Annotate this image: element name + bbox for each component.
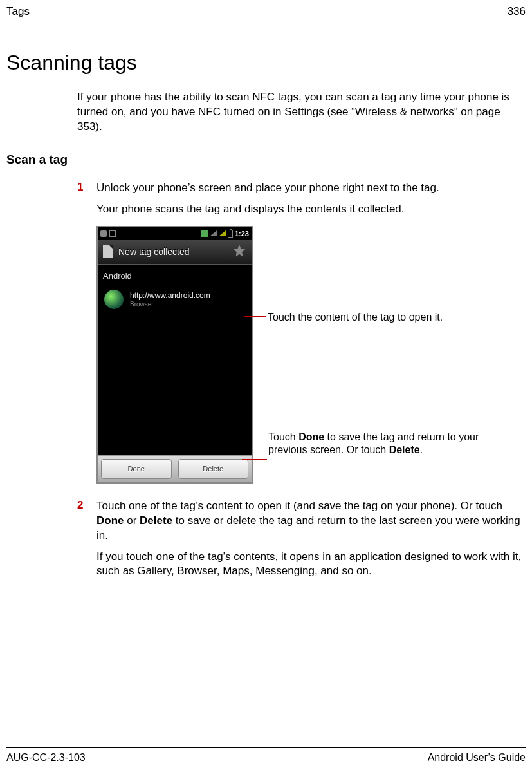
step-text: Touch one of the tag’s content to open i…	[96, 499, 522, 543]
step-text-part: Touch one of the tag’s content to open i…	[96, 500, 502, 512]
callout-text: Touch	[268, 431, 298, 442]
callout-bold: Delete	[389, 444, 420, 455]
intro-paragraph: If your phone has the ability to scan NF…	[77, 90, 522, 135]
tag-url: http://www.android.com	[130, 291, 210, 301]
page-header: Tags 336	[0, 0, 532, 21]
status-time: 1:23	[235, 230, 249, 238]
status-bar: 1:23	[98, 227, 252, 240]
titlebar: New tag collected	[98, 240, 252, 265]
step-number: 2	[77, 499, 96, 543]
callout-open-content: Touch the content of the tag to open it.	[268, 311, 486, 324]
step-1-sub: Your phone scans the tag and displays th…	[96, 202, 522, 217]
step-text: Unlock your phone’s screen and place you…	[96, 181, 522, 196]
tag-app-label: Browser	[130, 301, 210, 308]
tag-page-icon	[103, 245, 113, 258]
step-number: 1	[77, 181, 96, 196]
titlebar-text: New tag collected	[118, 247, 190, 257]
button-bar: Done Delete	[98, 455, 252, 482]
section-heading: Scan a tag	[6, 153, 526, 167]
wifi-signal-icon	[210, 230, 217, 236]
footer-doc-id: AUG-CC-2.3-103	[6, 752, 86, 764]
page-footer: AUG-CC-2.3-103 Android User’s Guide	[6, 747, 526, 764]
footer-guide-title: Android User’s Guide	[428, 752, 526, 764]
phone-screenshot: 1:23 New tag collected Android http://ww…	[96, 226, 253, 484]
callout-line	[242, 459, 267, 460]
globe-icon	[104, 290, 124, 309]
done-button[interactable]: Done	[101, 459, 172, 479]
page-title: Scanning tags	[6, 51, 526, 75]
step-bold: Done	[96, 514, 124, 527]
screenshot-figure: 1:23 New tag collected Android http://ww…	[96, 226, 526, 486]
step-2-sub: If you touch one of the tag’s contents, …	[96, 550, 522, 579]
header-page-number: 336	[508, 5, 526, 18]
callout-line	[244, 316, 266, 317]
tag-section-label: Android	[98, 265, 252, 286]
notif-icon	[109, 230, 116, 237]
header-section: Tags	[6, 5, 30, 18]
star-icon[interactable]	[232, 243, 246, 260]
cell-signal-icon	[219, 230, 226, 236]
step-bold: Delete	[140, 514, 172, 527]
sync-icon	[201, 230, 208, 237]
notif-icon	[100, 230, 107, 237]
battery-icon	[228, 230, 233, 238]
step-2: 2 Touch one of the tag’s content to open…	[77, 499, 522, 543]
delete-button[interactable]: Delete	[178, 459, 249, 479]
callout-bold: Done	[298, 431, 324, 442]
tag-content-row[interactable]: http://www.android.com Browser	[98, 286, 252, 315]
callout-text: .	[420, 444, 423, 455]
step-1: 1 Unlock your phone’s screen and place y…	[77, 181, 522, 196]
step-text-part: or	[124, 514, 140, 527]
callout-done-delete: Touch Done to save the tag and return to…	[268, 431, 481, 458]
